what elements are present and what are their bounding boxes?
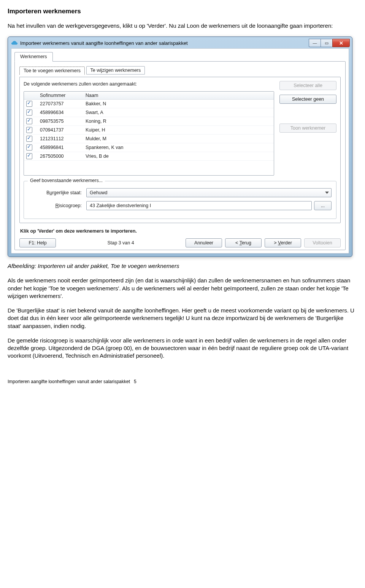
employee-list[interactable]: Sofinummer Naam 227073757 Bakker, N [24,91,274,176]
cell-sofi: 227073757 [40,101,86,106]
cell-sofi: 070941737 [40,127,86,133]
list-item[interactable]: 098753575 Koning, R [24,117,274,126]
cell-naam: Bakker, N [86,101,271,106]
finish-button[interactable]: Voltooien [304,238,341,247]
page-footer: Importeren aangifte loonheffingen vanuit… [8,379,357,384]
col-naam: Naam [86,93,271,98]
next-button[interactable]: > Verder [265,238,301,247]
col-sofinummer: Sofinummer [40,93,86,98]
cell-naam: Koning, R [86,119,271,124]
window-title: Importeer werknemers vanuit aangifte loo… [20,40,309,46]
checkbox-icon[interactable] [26,101,32,107]
instruction-bold: Klik op 'Verder' om deze werknemers te i… [20,228,341,234]
cell-sofi: 098753575 [40,119,86,124]
figure-caption: Afbeelding: Importeren uit ander pakket,… [8,262,357,270]
cancel-button[interactable]: Annuleer [186,238,222,247]
list-item[interactable]: 458996841 Spankeren, K van [24,143,274,152]
list-item[interactable]: 227073757 Bakker, N [24,100,274,108]
group-legend: Geef bovenstaande werknemers... [28,178,105,183]
import-window: Importeer werknemers vanuit aangifte loo… [8,36,352,257]
maximize-button[interactable]: ▭ [321,39,332,47]
cell-sofi: 267505000 [40,154,86,159]
cell-sofi: 458996634 [40,110,86,115]
checkbox-icon[interactable] [26,127,32,133]
titlebar[interactable]: Importeer werknemers vanuit aangifte loo… [8,37,352,48]
burgerlijke-staat-select[interactable]: Gehuwd [86,188,332,197]
select-all-button[interactable]: Selecteer alle [279,81,336,90]
body-paragraph-3: De gemelde risicogroep is waarschijnlijk… [8,337,357,360]
risicogroep-field[interactable]: 43 Zakelijke dienstverlening I [86,201,312,210]
checkbox-icon[interactable] [26,118,32,124]
app-icon [11,40,18,46]
cell-naam: Vries, B de [86,154,271,159]
intro-paragraph: Na het invullen van de werkgeversgegeven… [8,22,357,30]
list-intro: De volgende werknemers zullen worden aan… [24,81,274,87]
cell-naam: Spankeren, K van [86,145,271,150]
body-paragraph-2: De 'Burgerlijke staat' is niet bekend va… [8,307,357,330]
cell-naam: Mulder, M [86,136,271,141]
list-item[interactable]: 070941737 Kuiper, H [24,126,274,135]
checkbox-icon[interactable] [26,109,32,116]
label-risicogroep: Risicogroep: [29,203,86,208]
close-button[interactable]: ✕ [332,39,350,47]
body-paragraph-1: Als de werknemers nooit eerder geïmporte… [8,277,357,300]
back-button[interactable]: < Terug [225,238,262,247]
step-indicator: Stap 3 van 4 [107,240,134,246]
minimize-button[interactable]: — [309,39,321,47]
defaults-group: Geef bovenstaande werknemers... Burgerli… [24,181,336,219]
subtab-toe-te-voegen[interactable]: Toe te voegen werknemers [19,67,85,75]
page-heading: Importeren werknemers [8,8,357,15]
list-item[interactable]: 267505000 Vries, B de [24,152,274,161]
risicogroep-browse-button[interactable]: ... [314,201,332,210]
label-burgerlijke-staat: Burgerlijke staat: [29,190,86,195]
help-button[interactable]: F1: Help [19,238,56,247]
subtab-te-wijzigen[interactable]: Te wijzigen werknemers [86,66,145,74]
checkbox-icon[interactable] [26,136,32,142]
checkbox-icon[interactable] [26,144,32,151]
cell-naam: Kuiper, H [86,127,271,133]
list-item[interactable]: 121231112 Mulder, M [24,135,274,143]
list-item[interactable]: 458996634 Swart, A [24,108,274,117]
tab-werknemers[interactable]: Werknemers [14,52,53,62]
select-none-button[interactable]: Selecteer geen [279,95,336,104]
show-employee-button[interactable]: Toon werknemer [279,124,336,133]
list-header: Sofinummer Naam [24,92,274,100]
cell-sofi: 458996841 [40,145,86,150]
cell-naam: Swart, A [86,110,271,115]
checkbox-icon[interactable] [26,153,32,159]
cell-sofi: 121231112 [40,136,86,141]
